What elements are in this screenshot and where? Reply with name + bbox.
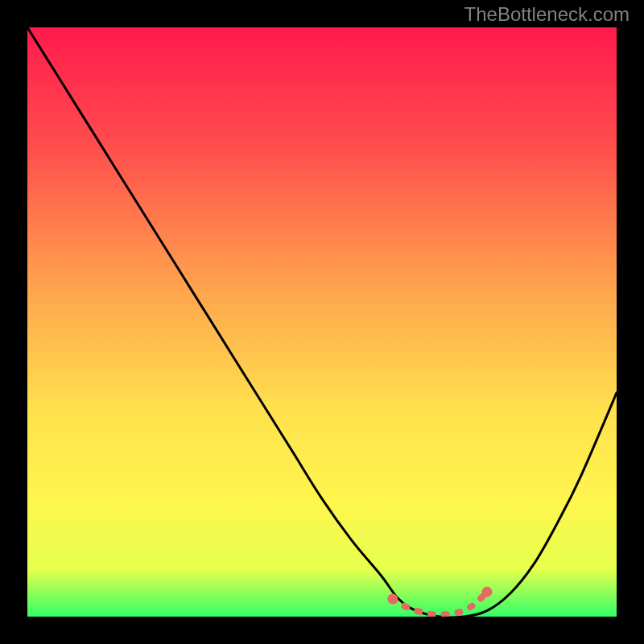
chart-plot-area bbox=[27, 27, 617, 617]
optimal-range-endpoint bbox=[481, 587, 492, 597]
watermark-label: TheBottleneck.com bbox=[464, 3, 630, 26]
chart-svg bbox=[27, 27, 617, 617]
gradient-background bbox=[27, 27, 617, 617]
optimal-range-endpoint bbox=[387, 594, 398, 605]
chart-frame bbox=[27, 27, 617, 617]
